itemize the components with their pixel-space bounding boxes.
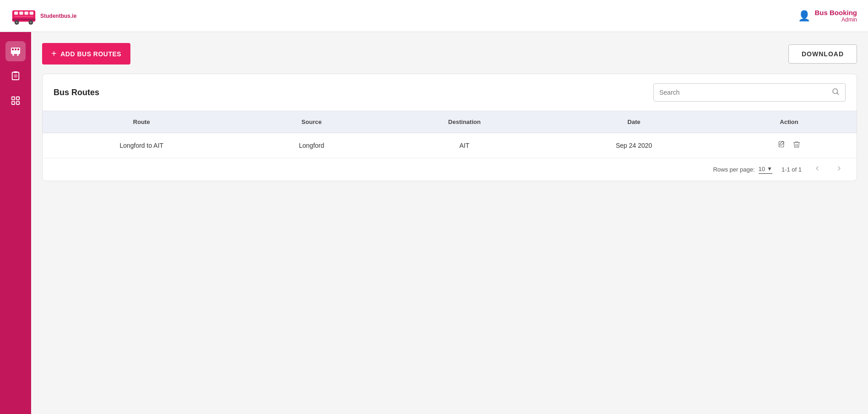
cell-date: Sep 24 2020 xyxy=(546,133,722,158)
routes-nav-icon xyxy=(11,96,21,106)
add-bus-routes-button[interactable]: + ADD BUS ROUTES xyxy=(42,43,130,65)
svg-rect-10 xyxy=(14,16,33,16)
bus-routes-table: Route Source Destination Date Action Lon… xyxy=(43,111,857,158)
pagination-area: Rows per page: 10 ▼ 1-1 of 1 xyxy=(43,158,857,181)
header: Studentbus.ie 👤 Bus Booking Admin xyxy=(0,0,868,32)
col-source: Source xyxy=(241,111,383,133)
chevron-right-icon xyxy=(836,165,843,172)
svg-rect-17 xyxy=(12,72,19,80)
main-content: + ADD BUS ROUTES DOWNLOAD Bus Routes R xyxy=(31,32,868,414)
col-action: Action xyxy=(722,111,857,133)
table-head: Route Source Destination Date Action xyxy=(43,111,857,133)
delete-icon xyxy=(793,140,801,149)
chevron-down-icon: ▼ xyxy=(767,166,772,172)
col-destination: Destination xyxy=(383,111,546,133)
svg-point-9 xyxy=(30,21,32,23)
clipboard-nav-icon xyxy=(11,71,21,81)
col-date: Date xyxy=(546,111,722,133)
cell-route: Longford to AIT xyxy=(43,133,241,158)
search-box[interactable] xyxy=(653,83,846,102)
action-icons xyxy=(733,140,846,151)
svg-rect-1 xyxy=(14,11,18,15)
svg-rect-23 xyxy=(12,102,15,104)
svg-rect-18 xyxy=(14,71,17,73)
svg-rect-12 xyxy=(12,48,14,50)
prev-page-button[interactable] xyxy=(811,164,824,175)
user-avatar-icon: 👤 xyxy=(798,10,810,22)
svg-rect-4 xyxy=(30,11,33,15)
plus-icon: + xyxy=(51,48,57,59)
svg-point-15 xyxy=(12,54,14,56)
cell-action xyxy=(722,133,857,158)
svg-point-7 xyxy=(16,21,18,23)
user-info-area: 👤 Bus Booking Admin xyxy=(798,9,857,23)
rows-per-page-label: Rows per page: xyxy=(713,166,755,173)
user-details: Bus Booking Admin xyxy=(815,9,857,23)
svg-rect-2 xyxy=(19,11,23,15)
page-info: 1-1 of 1 xyxy=(782,166,802,173)
edit-icon xyxy=(778,140,786,149)
svg-rect-21 xyxy=(12,97,15,100)
sidebar xyxy=(0,32,31,414)
table-header-area: Bus Routes xyxy=(43,74,857,111)
table-header-row: Route Source Destination Date Action xyxy=(43,111,857,133)
download-button[interactable]: DOWNLOAD xyxy=(788,44,857,64)
logo-text: Studentbus.ie xyxy=(40,13,76,19)
rows-per-page-value: 10 xyxy=(759,166,765,172)
app-name: Bus Booking xyxy=(815,9,857,16)
action-bar: + ADD BUS ROUTES DOWNLOAD xyxy=(42,43,857,65)
search-input[interactable] xyxy=(659,89,831,96)
svg-rect-14 xyxy=(17,48,19,50)
next-page-button[interactable] xyxy=(833,164,846,175)
sidebar-item-bus[interactable] xyxy=(5,41,26,61)
col-route: Route xyxy=(43,111,241,133)
delete-button[interactable] xyxy=(793,140,801,151)
cell-source: Longford xyxy=(241,133,383,158)
svg-rect-24 xyxy=(16,102,19,104)
bus-routes-table-card: Bus Routes Route Source Destination Date xyxy=(42,74,857,181)
svg-rect-3 xyxy=(24,11,28,15)
table-row: Longford to AIT Longford AIT Sep 24 2020 xyxy=(43,133,857,158)
chevron-left-icon xyxy=(814,165,821,172)
svg-rect-5 xyxy=(12,18,35,20)
edit-button[interactable] xyxy=(778,140,786,151)
svg-point-16 xyxy=(17,54,19,56)
table-body: Longford to AIT Longford AIT Sep 24 2020 xyxy=(43,133,857,158)
add-button-label: ADD BUS ROUTES xyxy=(60,50,121,58)
cell-destination: AIT xyxy=(383,133,546,158)
logo-area: Studentbus.ie xyxy=(11,6,76,26)
user-role: Admin xyxy=(841,16,857,23)
svg-line-26 xyxy=(837,93,838,94)
bus-logo-icon xyxy=(11,6,37,26)
rows-per-page-select[interactable]: 10 ▼ xyxy=(759,166,772,174)
rows-per-page: Rows per page: 10 ▼ xyxy=(713,166,772,174)
search-icon xyxy=(831,87,840,97)
sidebar-item-bookings[interactable] xyxy=(5,66,26,86)
bus-nav-icon xyxy=(10,46,21,57)
svg-rect-22 xyxy=(16,97,19,100)
svg-rect-13 xyxy=(15,48,16,50)
table-title: Bus Routes xyxy=(54,88,99,97)
sidebar-item-routes[interactable] xyxy=(5,91,26,111)
